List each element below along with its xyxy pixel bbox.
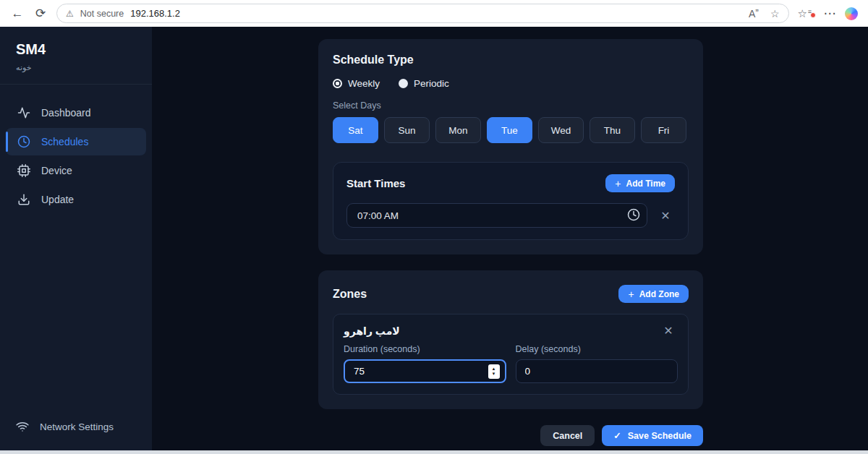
sidebar-item-label: Schedules: [41, 136, 88, 147]
page: SM4 خونه Dashboard Schedules Device Upda…: [0, 27, 868, 450]
radio-weekly[interactable]: Weekly: [333, 78, 380, 89]
cancel-button[interactable]: Cancel: [540, 425, 595, 446]
device-title: SM4: [16, 41, 136, 58]
sidebar-item-label: Update: [41, 194, 74, 205]
day-button-sat[interactable]: Sat: [333, 117, 378, 143]
number-spinner[interactable]: ▲▼: [488, 364, 500, 379]
remove-zone-icon[interactable]: ✕: [659, 324, 678, 338]
chip-icon: [17, 164, 30, 177]
sidebar-nav: Dashboard Schedules Device Update: [0, 85, 152, 213]
radio-unselected-icon[interactable]: [399, 79, 408, 88]
refresh-icon[interactable]: ⟳: [30, 4, 51, 24]
day-button-sun[interactable]: Sun: [384, 117, 430, 143]
delay-field-group: Delay (seconds): [516, 344, 678, 383]
radio-periodic[interactable]: Periodic: [399, 78, 449, 89]
schedule-type-options: Weekly Periodic: [333, 78, 689, 89]
zone-item: لامپ راهرو ✕ Duration (seconds) ▲▼ D: [333, 314, 689, 395]
start-time-input[interactable]: [346, 203, 647, 228]
plus-icon: +: [628, 288, 634, 300]
time-row: ✕: [346, 203, 675, 228]
save-schedule-label: Save Schedule: [628, 431, 692, 441]
start-times-card: Start Times + Add Time ✕: [333, 162, 689, 240]
clock-icon: [17, 135, 30, 148]
sidebar-item-label: Network Settings: [40, 421, 114, 432]
toolbar-right: ☆ ≡ ⋯: [795, 4, 861, 24]
avatar-notification-dot: [810, 12, 816, 18]
save-schedule-button[interactable]: ✓ Save Schedule: [602, 425, 703, 446]
wifi-icon: [16, 420, 29, 433]
window-bottom-edge: [0, 450, 868, 454]
form-actions: Cancel ✓ Save Schedule: [318, 425, 703, 446]
clock-icon[interactable]: [627, 208, 640, 223]
zone-name: لامپ راهرو: [344, 325, 400, 337]
radio-selected-icon[interactable]: [333, 79, 342, 88]
day-button-wed[interactable]: Wed: [538, 117, 584, 143]
remove-time-icon[interactable]: ✕: [656, 209, 675, 223]
spinner-down-icon[interactable]: ▼: [492, 372, 496, 377]
back-icon[interactable]: ←: [7, 4, 27, 24]
day-button-fri[interactable]: Fri: [641, 117, 686, 143]
add-time-label: Add Time: [626, 179, 665, 189]
activity-icon: [17, 106, 30, 119]
copilot-icon[interactable]: [845, 7, 858, 20]
day-button-tue[interactable]: Tue: [487, 117, 532, 143]
sidebar-item-label: Device: [41, 165, 72, 176]
add-zone-button[interactable]: + Add Zone: [618, 285, 689, 303]
collections-icon[interactable]: ☆ ≡: [798, 7, 807, 20]
duration-input[interactable]: [344, 359, 506, 383]
day-button-mon[interactable]: Mon: [435, 117, 481, 143]
schedule-editor: Schedule Type Weekly Periodic Select Day…: [318, 39, 703, 446]
collections-star-glyph: ☆: [798, 7, 807, 20]
select-days-label: Select Days: [333, 100, 689, 111]
browser-toolbar: ← ⟳ ⚠ Not secure 192.168.1.2 Aˮ ☆ ☆ ≡ ⋯: [0, 0, 868, 27]
sidebar-item-dashboard[interactable]: Dashboard: [6, 99, 146, 127]
add-zone-label: Add Zone: [639, 289, 679, 299]
favorite-star-icon[interactable]: ☆: [770, 8, 780, 20]
spinner-up-icon[interactable]: ▲: [492, 367, 496, 372]
day-selector: Sat Sun Mon Tue Wed Thu Fri: [333, 117, 689, 143]
radio-label: Weekly: [348, 78, 380, 89]
start-times-title: Start Times: [346, 177, 405, 189]
plus-icon: +: [615, 178, 621, 189]
sidebar-item-update[interactable]: Update: [6, 186, 146, 213]
sidebar-item-network-settings[interactable]: Network Settings: [0, 406, 152, 450]
not-secure-warning-icon: ⚠: [66, 9, 74, 19]
download-icon: [17, 193, 30, 206]
sidebar-header: SM4 خونه: [0, 27, 152, 85]
security-label[interactable]: Not secure: [80, 9, 124, 19]
schedule-type-card: Schedule Type Weekly Periodic Select Day…: [318, 39, 703, 254]
device-subtitle: خونه: [16, 63, 136, 72]
add-time-button[interactable]: + Add Time: [605, 174, 675, 192]
delay-label: Delay (seconds): [516, 344, 678, 354]
read-aloud-icon[interactable]: Aˮ: [749, 8, 759, 20]
address-bar[interactable]: ⚠ Not secure 192.168.1.2 Aˮ ☆: [56, 4, 789, 23]
delay-input[interactable]: [516, 359, 678, 383]
sidebar-item-schedules[interactable]: Schedules: [6, 128, 146, 155]
duration-label: Duration (seconds): [344, 344, 506, 354]
radio-label: Periodic: [414, 78, 449, 89]
day-button-thu[interactable]: Thu: [590, 117, 635, 143]
more-menu-icon[interactable]: ⋯: [822, 4, 838, 24]
zones-title: Zones: [333, 288, 367, 301]
zones-card: Zones + Add Zone لامپ راهرو ✕ Duration (…: [318, 270, 703, 409]
duration-field-group: Duration (seconds) ▲▼: [344, 344, 506, 383]
check-icon: ✓: [613, 430, 621, 441]
sidebar-item-device[interactable]: Device: [6, 157, 146, 184]
main-area: Schedule Type Weekly Periodic Select Day…: [152, 27, 868, 450]
sidebar: SM4 خونه Dashboard Schedules Device Upda…: [0, 27, 152, 450]
url-text[interactable]: 192.168.1.2: [130, 8, 180, 19]
schedule-type-title: Schedule Type: [333, 53, 689, 67]
sidebar-item-label: Dashboard: [41, 107, 91, 119]
